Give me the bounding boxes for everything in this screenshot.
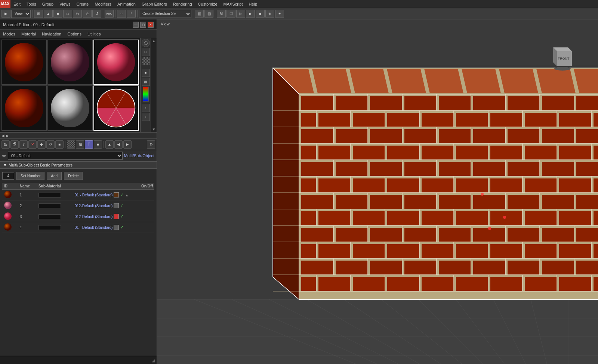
sample-options-btn[interactable]: ■ [142,69,150,77]
delete-material-btn[interactable]: ✕ [28,140,37,149]
row3-submaterial-label[interactable]: 012-Default (Standard) [75,215,113,219]
menu-views[interactable]: Views [56,0,73,8]
mat-menu-options[interactable]: Options [64,30,84,38]
row2-check[interactable]: ✓ [120,203,124,208]
delete-button[interactable]: Delete [64,172,83,180]
row1-color-swatch[interactable] [114,192,119,197]
sample-extra1-btn[interactable]: ▪ [142,104,150,112]
material-highlight-btn[interactable]: T [85,140,93,149]
row4-color-swatch[interactable] [114,225,119,230]
mat-menu-modes[interactable]: Modes [0,30,18,38]
create-selection-select[interactable]: Create Selection Se [139,10,191,18]
mat-options-btn[interactable]: ⚙ [147,140,155,149]
row1-scroll-btn[interactable]: ▲ [125,193,129,197]
row2-submaterial-label[interactable]: 012-Default (Standard) [75,204,113,208]
menu-customize[interactable]: Customize [195,0,221,8]
reset-map-btn[interactable]: ↻ [46,140,55,149]
mat-menu-material[interactable]: Material [18,30,39,38]
menu-rendering[interactable]: Rendering [170,0,195,8]
sample-extra2-btn[interactable]: ▫ [142,113,150,121]
menu-group[interactable]: Group [39,0,57,8]
schematic-btn[interactable]: ▨ [204,10,213,18]
row1-submaterial-label[interactable]: 01 - Default (Standard) [75,193,113,197]
get-material-btn[interactable]: 🗍 [10,140,19,149]
camera-btn[interactable]: ■ [55,140,64,149]
rotate-btn[interactable]: ↺ [92,10,101,18]
mat-menu-utilities[interactable]: Utilities [84,30,104,38]
row1-check[interactable]: ✓ [120,192,124,197]
sample-bg-btn[interactable] [142,57,150,65]
mat-menu-navigation[interactable]: Navigation [39,30,64,38]
3d-viewport[interactable]: View [157,19,598,364]
close-button[interactable]: ✕ [148,22,154,28]
menu-graph-editors[interactable]: Graph Editors [139,0,170,8]
sample-slot-4[interactable] [1,85,47,131]
sample-slot-3[interactable] [93,40,139,85]
graph-btn[interactable]: ▧ [195,10,204,18]
snap-btn[interactable]: ⊞ [34,10,43,18]
percent-btn[interactable]: % [73,10,82,18]
row2-color-swatch[interactable] [114,203,119,208]
current-material-select[interactable]: 09 - Default [8,152,123,160]
menu-edit[interactable]: Edit [10,0,24,8]
menu-animation[interactable]: Animation [114,0,139,8]
params-collapse-arrow[interactable]: ▼ [3,163,7,167]
go-sibling-prev-btn[interactable]: ◀ [114,140,123,149]
render-btn[interactable]: □ [63,10,72,18]
pick-material-btn[interactable]: 🗁 [1,140,10,149]
material-type-label[interactable]: Multi/Sub-Object [124,153,154,158]
set-number-button[interactable]: Set Number [16,172,44,180]
render-prod-btn[interactable]: ▶ [246,10,255,18]
sample-slot-5[interactable] [47,85,93,131]
render-iter-btn[interactable]: ◆ [256,10,265,18]
show-end-result-btn[interactable]: ■ [94,140,102,149]
row1-name[interactable] [37,190,73,200]
row4-submaterial-label[interactable]: 01 - Default (Standard) [75,225,113,230]
move-btn[interactable]: ⇌ [83,10,92,18]
menu-modifiers[interactable]: Modifiers [92,0,114,8]
slots-next-btn[interactable]: ▶ [6,134,9,138]
slots-prev-btn[interactable]: ◀ [1,134,4,138]
sample-slot-2[interactable] [47,40,93,85]
restore-button[interactable]: ◻ [140,22,146,28]
minimize-button[interactable]: — [133,22,139,28]
row3-name[interactable] [37,211,73,222]
slots-scroll-up[interactable]: ▲ [152,39,156,43]
panel-resize-handle[interactable]: ◢ [152,358,155,363]
row4-name[interactable] [37,222,73,233]
sample-rgb-btn[interactable] [143,87,149,102]
select-btn[interactable]: ▶ [1,10,10,18]
mirror-btn[interactable]: ↔ [117,10,126,18]
max-logo[interactable]: MAX [0,0,10,8]
make-unique-btn[interactable]: ◆ [37,140,46,149]
checkerboard-btn[interactable] [67,140,75,149]
set-number-input[interactable] [2,172,14,180]
row2-name[interactable] [37,200,73,211]
menu-tools[interactable]: Tools [24,0,39,8]
row3-check[interactable]: ✓ [120,214,124,219]
row3-color-swatch[interactable] [114,214,119,219]
go-sibling-next-btn[interactable]: ▶ [123,140,132,149]
menu-help[interactable]: Help [246,0,261,8]
render-quick-btn[interactable]: ▷ [236,10,245,18]
sample-type-sphere-btn[interactable]: ◯ [142,39,150,47]
render-frame-btn[interactable]: ☐ [226,10,235,18]
render-effects-btn[interactable]: ✦ [275,10,284,18]
add-button[interactable]: Add [47,172,62,180]
sample-slot-6[interactable] [93,85,139,131]
snap3d-btn[interactable]: ■ [53,10,62,18]
go-parent-btn[interactable]: ▲ [105,140,114,149]
abc-btn[interactable]: ABC [105,10,114,18]
put-material-btn[interactable]: ⇧ [19,140,28,149]
view-select[interactable]: View [11,10,31,18]
slots-scroll-down[interactable]: ▼ [152,127,156,131]
sample-video-btn[interactable]: ▩ [142,78,150,86]
snap2d-btn[interactable]: ▲ [44,10,53,18]
view-cube[interactable]: FRONT [546,42,576,72]
video-color-btn[interactable]: ▩ [76,140,84,149]
row4-check[interactable]: ✓ [120,225,124,230]
menu-create[interactable]: Create [73,0,92,8]
align-btn[interactable]: ⋮ [127,10,136,18]
render-env-btn[interactable]: ◈ [265,10,274,18]
material-btn[interactable]: M [217,10,226,18]
